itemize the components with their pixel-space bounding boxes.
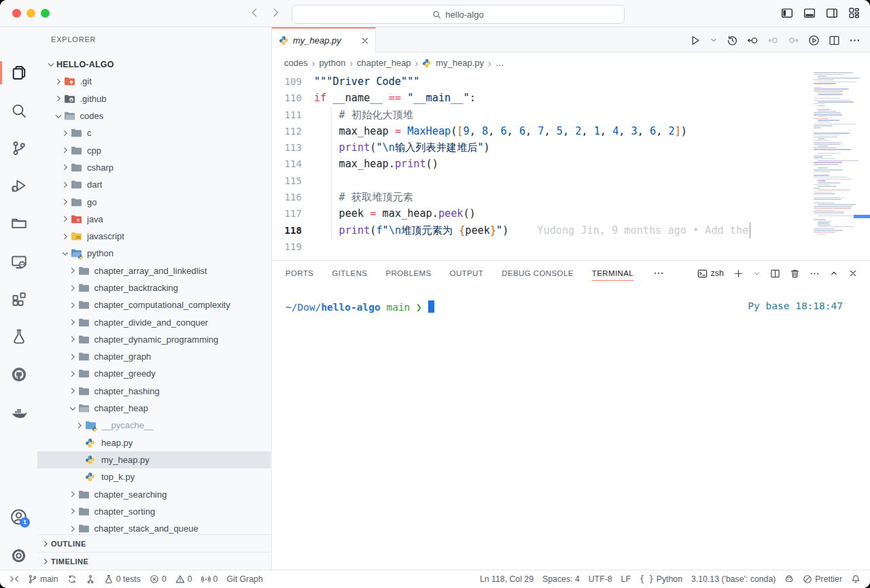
close-window-button[interactable] (12, 9, 21, 18)
activity-bar-item-extensions[interactable] (0, 286, 37, 313)
tree-item-chapter-sorting[interactable]: chapter_sorting (37, 503, 271, 520)
tree-item-chapter-searching[interactable]: chapter_searching (37, 485, 271, 502)
activity-bar-item-search[interactable] (0, 97, 37, 124)
tree-item-javascript[interactable]: JSjavascript (37, 228, 271, 245)
status-indentation[interactable]: Spaces: 4 (542, 574, 580, 584)
code-line-118[interactable]: 118 print(f"\n堆顶元素为 {peek}")Yudong Jin, … (272, 222, 810, 239)
new-terminal-button[interactable] (733, 269, 744, 279)
tree-item-cpp[interactable]: cpp (37, 141, 271, 158)
back-icon[interactable] (249, 7, 260, 18)
sidebar-section-timeline[interactable]: TIMELINE (37, 552, 271, 570)
tree-item-java[interactable]: java (37, 211, 271, 228)
terminal-shell-selector[interactable]: zsh (697, 269, 724, 279)
tree-root-hello-algo[interactable]: HELLO-ALGO (37, 56, 271, 73)
panel-tab-problems[interactable]: PROBLEMS (385, 261, 431, 286)
status-sync[interactable] (67, 574, 77, 584)
activity-bar-item-project-manager[interactable] (0, 209, 37, 237)
layout-sidebar-left-icon[interactable] (781, 7, 793, 19)
tree-item--pycache-[interactable]: __pycache__ (37, 417, 271, 434)
file-history-icon[interactable] (727, 35, 738, 46)
code-line-110[interactable]: 110if __name__ == "__main__": (272, 90, 810, 106)
tree-item--github[interactable]: .github (37, 90, 271, 107)
activity-bar-item-docker[interactable] (0, 399, 37, 426)
tree-item-chapter-heap[interactable]: chapter_heap (37, 400, 271, 417)
tree-item-python[interactable]: python (37, 245, 271, 262)
status-eol[interactable]: LF (621, 574, 631, 584)
status-warnings[interactable]: 0 (175, 574, 192, 584)
tab-my-heap[interactable]: my_heap.py (272, 27, 376, 52)
sidebar-section-outline[interactable]: OUTLINE (37, 534, 271, 552)
run-python-file-button[interactable] (689, 35, 701, 46)
split-terminal-icon[interactable] (770, 269, 780, 279)
tree-item-chapter-greedy[interactable]: chapter_greedy (37, 365, 271, 382)
layout-sidebar-right-icon[interactable] (826, 7, 838, 19)
status-ports[interactable]: 0 (201, 574, 218, 584)
code-line-109[interactable]: 109"""Driver Code""" (272, 73, 810, 90)
close-icon[interactable] (360, 36, 370, 46)
tree-item--git[interactable]: .git (37, 73, 271, 90)
code-line-119[interactable]: 119 (272, 239, 810, 255)
status-prettier[interactable]: Prettier (803, 574, 842, 584)
panel-tab-debug-console[interactable]: DEBUG CONSOLE (502, 261, 574, 286)
tree-item-c[interactable]: c (37, 124, 271, 141)
status-python-interpreter[interactable]: 3.10.13 ('base': conda) (691, 574, 776, 584)
panel-tab-output[interactable]: OUTPUT (450, 261, 484, 286)
breadcrumb-item[interactable]: codes (284, 58, 308, 68)
open-changes-icon[interactable] (747, 35, 759, 46)
status-notifications[interactable] (851, 574, 860, 584)
activity-bar-item-explorer[interactable] (0, 59, 37, 86)
layout-panel-icon[interactable] (803, 7, 816, 19)
status-gitlens[interactable] (86, 574, 95, 584)
tree-item-chapter-computational-complexity[interactable]: chapter_computational_complexity (37, 296, 271, 313)
status-errors[interactable]: 0 (150, 574, 167, 584)
panel-tab-gitlens[interactable]: GITLENS (332, 261, 367, 286)
settings-button[interactable] (0, 542, 37, 569)
panel-tab-ports[interactable]: PORTS (285, 261, 313, 286)
code-line-113[interactable]: 113 print("\n输入列表并建堆后") (272, 139, 810, 156)
breadcrumb-item[interactable]: … (495, 58, 504, 68)
status-encoding[interactable]: UTF-8 (589, 574, 612, 584)
forward-icon[interactable] (270, 7, 281, 18)
accounts-button[interactable]: 1 (0, 503, 37, 530)
tree-item-chapter-divide-and-conquer[interactable]: chapter_divide_and_conquer (37, 313, 271, 330)
activity-bar-item-testing[interactable] (0, 323, 37, 350)
activity-bar-item-remote-explorer[interactable] (0, 248, 37, 275)
status-tests[interactable]: 0 tests (104, 574, 141, 584)
tree-item-go[interactable]: go (37, 193, 271, 210)
tree-item-my-heap-py[interactable]: my_heap.py (37, 451, 271, 468)
status-branch[interactable]: main (28, 574, 58, 584)
layout-customize-icon[interactable] (848, 7, 860, 19)
breadcrumb-item[interactable]: chapter_heap (357, 58, 411, 68)
tree-item-top-k-py[interactable]: top_k.py (37, 468, 271, 485)
tree-item-dart[interactable]: dart (37, 176, 271, 193)
status-cursor-position[interactable]: Ln 118, Col 29 (480, 574, 534, 584)
kill-terminal-icon[interactable] (790, 269, 800, 279)
more-actions-icon[interactable] (849, 35, 860, 46)
code-line-117[interactable]: 117 peek = max_heap.peek() (272, 205, 810, 222)
status-remote-indicator[interactable] (10, 574, 19, 584)
code-line-115[interactable]: 115 (272, 173, 810, 189)
tree-item-chapter-array-and-linkedlist[interactable]: chapter_array_and_linkedlist (37, 262, 271, 279)
split-editor-icon[interactable] (829, 35, 840, 46)
activity-bar-item-github[interactable] (0, 361, 37, 388)
terminal[interactable]: ~/Dow/hello-algo main ❯ Py base 18:18:47 (285, 300, 843, 313)
status-git-graph[interactable]: Git Graph (226, 574, 262, 584)
panel-tab-terminal[interactable]: TERMINAL (592, 261, 633, 286)
tree-item-heap-py[interactable]: heap.py (37, 434, 271, 451)
status-language-mode[interactable]: { }Python (640, 574, 682, 584)
code-line-112[interactable]: 112 max_heap = MaxHeap([9, 8, 6, 6, 7, 5… (272, 123, 810, 139)
command-center-search[interactable]: hello-algo (292, 5, 625, 24)
close-panel-icon[interactable] (848, 269, 858, 278)
code-line-114[interactable]: 114 max_heap.print() (272, 156, 810, 172)
tree-item-chapter-dynamic-programming[interactable]: chapter_dynamic_programming (37, 331, 271, 348)
tree-item-chapter-hashing[interactable]: chapter_hashing (37, 383, 271, 400)
tree-item-csharp[interactable]: csharp (37, 159, 271, 176)
breadcrumb-item[interactable]: python (319, 58, 345, 68)
minimize-window-button[interactable] (27, 9, 35, 18)
activity-bar-item-run-and-debug[interactable] (0, 172, 37, 199)
tree-item-chapter-backtracking[interactable]: chapter_backtracking (37, 279, 271, 296)
status-copilot[interactable] (784, 574, 794, 584)
run-dropdown-icon[interactable] (710, 36, 718, 44)
maximize-panel-icon[interactable] (829, 269, 839, 278)
panel-more-actions-icon[interactable] (810, 269, 820, 279)
